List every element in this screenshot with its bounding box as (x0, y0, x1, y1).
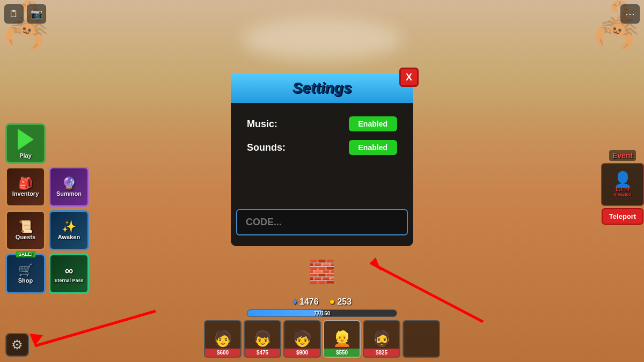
teleport-button[interactable]: Teleport (602, 208, 643, 225)
sounds-label: Sounds: (247, 142, 286, 153)
bottom-hud: ♦ 1476 ● 253 77/150 🧑 $600 👦 $475 🧒 $900… (0, 296, 644, 362)
coin-count: 253 (337, 297, 352, 307)
coin-currency: ● 253 (330, 296, 352, 307)
coin-icon: ● (330, 296, 335, 307)
music-toggle[interactable]: Enabled (349, 116, 397, 131)
diamond-icon: ♦ (292, 296, 297, 307)
char-price-5: $825 (364, 349, 399, 357)
gear-settings-button[interactable]: ⚙ (5, 333, 29, 357)
char-slot-4[interactable]: 👱 $550 (323, 320, 361, 358)
char-slot-6[interactable] (402, 320, 440, 358)
char-price-2: $475 (245, 349, 280, 357)
code-input[interactable] (236, 209, 408, 235)
center-character: 🧱 (309, 259, 335, 284)
character-row: 🧑 $600 👦 $475 🧒 $900 👱 $550 🧔 $825 (204, 320, 440, 358)
char-slot-3[interactable]: 🧒 $900 (283, 320, 321, 358)
event-card[interactable]: 👤 Lvl. 44Invasion (601, 163, 644, 206)
modal-header: Settings X (231, 73, 413, 103)
xp-bar-fill (247, 310, 324, 316)
char-slot-1[interactable]: 🧑 $600 (204, 320, 241, 358)
char-price-6 (404, 354, 439, 357)
xp-bar: 77/150 (247, 309, 397, 317)
settings-modal: Settings X Music: Enabled Sounds: Enable… (231, 73, 413, 246)
sounds-setting-row: Sounds: Enabled (247, 140, 397, 155)
xp-label: 77/150 (314, 311, 331, 316)
sounds-toggle[interactable]: Enabled (349, 140, 397, 155)
char-price-1: $600 (205, 349, 240, 357)
music-setting-row: Music: Enabled (247, 116, 397, 131)
char-avatar-3: 🧒 (293, 331, 312, 346)
char-price-3: $900 (284, 349, 320, 357)
char-avatar-4: 👱 (333, 331, 352, 346)
modal-title: Settings (292, 79, 352, 96)
char-slot-5[interactable]: 🧔 $825 (363, 320, 400, 358)
char-avatar-5: 🧔 (372, 331, 391, 346)
music-label: Music: (247, 119, 277, 130)
right-event-panel: Event 👤 Lvl. 44Invasion Teleport (601, 150, 644, 225)
code-section (231, 209, 413, 246)
event-label: Event (609, 150, 636, 161)
char-avatar-2: 👦 (253, 331, 272, 346)
diamond-currency: ♦ 1476 (292, 296, 319, 307)
modal-body: Music: Enabled Sounds: Enabled (231, 103, 413, 177)
event-character-icon: 👤 (613, 172, 632, 187)
diamond-count: 1476 (299, 297, 319, 307)
char-avatar-1: 🧑 (214, 331, 232, 346)
char-price-4: $550 (324, 349, 360, 357)
close-button[interactable]: X (399, 68, 419, 87)
event-sublabel: Lvl. 44Invasion (614, 187, 631, 197)
char-slot-2[interactable]: 👦 $475 (244, 320, 281, 358)
currency-row: ♦ 1476 ● 253 (292, 296, 352, 307)
